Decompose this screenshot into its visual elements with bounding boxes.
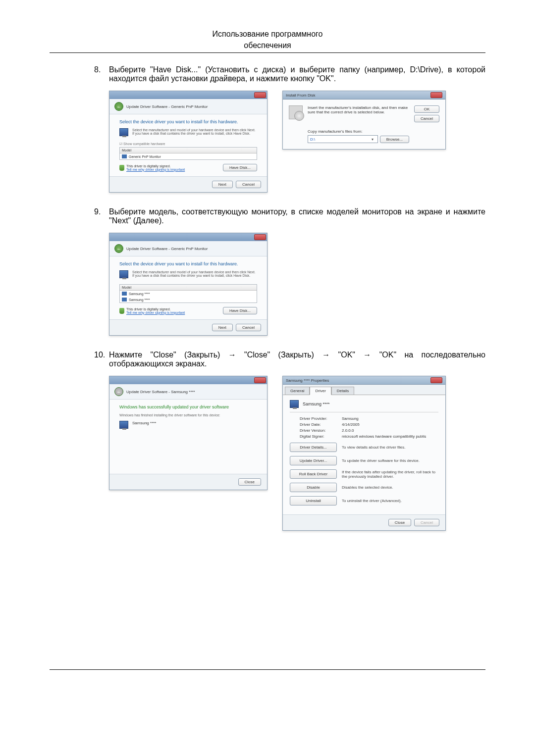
cancel-button[interactable]: Cancel (236, 324, 261, 331)
disable-button[interactable]: Disable (290, 483, 337, 492)
signing-link[interactable]: Tell me why driver signing is important (126, 311, 185, 314)
date-label: Driver Date: (300, 422, 342, 427)
close-button[interactable]: Close (238, 478, 261, 486)
back-button[interactable]: ← (114, 244, 123, 253)
step-10: 10. Нажмите "Close" (Закрыть) → "Close" … (50, 351, 485, 368)
breadcrumb-text: Update Driver Software - Generic PnP Mon… (126, 247, 208, 251)
monitor-icon (119, 128, 128, 136)
compat-checkbox[interactable]: ☑ Show compatible hardware (119, 142, 257, 146)
tab-details[interactable]: Details (331, 387, 354, 395)
footer-divider (50, 669, 485, 670)
signed-text: This driver is digitally signed. (126, 307, 185, 311)
breadcrumb-text: Update Driver Software - Samsung **** (126, 390, 195, 394)
version-value: 2.0.0.0 (342, 428, 354, 433)
header-divider (50, 52, 485, 53)
install-from-disk-dialog: Install From Disk Insert the manufacture… (282, 91, 446, 150)
signing-link[interactable]: Tell me why driver signing is important (126, 168, 185, 171)
provider-label: Driver Provider: (300, 416, 342, 421)
page-title-2: обеспечения (50, 41, 485, 50)
close-icon[interactable] (430, 377, 442, 383)
cancel-button[interactable]: Cancel (236, 181, 261, 188)
close-icon[interactable] (254, 377, 266, 383)
monitor-icon (122, 298, 127, 302)
signer-label: Digital Signer: (300, 434, 342, 439)
rollback-desc: If the device fails after updating the d… (342, 470, 438, 479)
model-list[interactable]: Model Generic PnP Monitor (119, 147, 257, 160)
uninstall-desc: To uninstall the driver (Advanced). (342, 499, 438, 503)
cancel-button[interactable]: Cancel (414, 115, 439, 122)
path-combobox[interactable]: D:\ ▾ (308, 135, 378, 143)
shield-icon (119, 165, 124, 171)
model-header: Model (120, 285, 257, 291)
provider-value: Samsung (342, 416, 359, 421)
device-name: Samsung **** (132, 421, 156, 429)
dialog-info: Select the manufacturer and model of you… (132, 128, 257, 136)
step-number: 9. (94, 207, 109, 225)
monitor-icon (122, 154, 127, 158)
step-9: 9. Выберите модель, соответствующую мони… (50, 207, 485, 225)
breadcrumb-bar: ← Update Driver Software - Samsung **** (109, 384, 267, 400)
titlebar (109, 233, 267, 241)
step-8: 8. Выберите "Have Disk..." (Установить с… (50, 65, 485, 83)
list-item[interactable]: Generic PnP Monitor (120, 153, 257, 159)
close-icon[interactable] (254, 92, 266, 98)
success-dialog: ← Update Driver Software - Samsung **** … (109, 376, 268, 490)
step-text: Выберите "Have Disk..." (Установить с ди… (109, 65, 485, 83)
driver-details-button[interactable]: Driver Details... (290, 443, 337, 452)
success-sub: Windows has finished installing the driv… (119, 413, 257, 417)
model-list[interactable]: Model Samsung **** Samsung **** (119, 284, 257, 303)
browse-button[interactable]: Browse... (380, 136, 409, 143)
disk-icon (289, 105, 303, 119)
dialog-heading: Select the device driver you want to ins… (119, 119, 257, 124)
back-button: ← (114, 387, 123, 396)
uninstall-button[interactable]: Uninstall (290, 496, 337, 505)
model-header: Model (120, 148, 257, 153)
monitor-icon (119, 421, 128, 429)
titlebar (109, 376, 267, 384)
titlebar: Install From Disk (283, 91, 445, 100)
dialog-heading: Select the device driver you want to ins… (119, 261, 257, 266)
monitor-icon (122, 292, 127, 296)
success-heading: Windows has successfully updated your dr… (119, 404, 257, 409)
breadcrumb-bar: ← Update Driver Software - Generic PnP M… (109, 241, 267, 256)
close-button[interactable]: Close (388, 519, 411, 526)
disable-desc: Disables the selected device. (342, 485, 438, 490)
titlebar: Samsung **** Properties (283, 376, 445, 385)
model-select-dialog: ← Update Driver Software - Generic PnP M… (109, 233, 268, 336)
signer-value: microsoft windows hardware compatibility… (342, 434, 426, 439)
tab-general[interactable]: General (285, 387, 310, 395)
have-disk-button[interactable]: Have Disk... (223, 164, 257, 171)
list-item[interactable]: Samsung **** (120, 291, 257, 297)
update-desc: To update the driver software for this d… (342, 458, 438, 463)
list-item[interactable]: Samsung **** (120, 297, 257, 302)
monitor-icon (290, 400, 299, 408)
tabs: General Driver Details (283, 385, 445, 395)
next-button[interactable]: Next (212, 324, 233, 331)
properties-dialog: Samsung **** Properties General Driver D… (282, 376, 446, 531)
install-message: Insert the manufacturer's installation d… (308, 105, 409, 114)
ok-button[interactable]: OK (414, 105, 439, 113)
breadcrumb-bar: ← Update Driver Software - Generic PnP M… (109, 99, 267, 114)
driver-select-dialog: ← Update Driver Software - Generic PnP M… (109, 91, 268, 193)
step-text: Нажмите "Close" (Закрыть) → "Close" (Зак… (109, 351, 485, 368)
update-driver-button[interactable]: Update Driver... (290, 456, 337, 465)
have-disk-button[interactable]: Have Disk... (223, 307, 257, 314)
version-label: Driver Version: (300, 428, 342, 433)
close-icon[interactable] (254, 234, 266, 240)
page-title-1: Использование программного (50, 30, 485, 39)
shield-icon (119, 308, 124, 314)
close-icon[interactable] (430, 92, 442, 98)
rollback-button[interactable]: Roll Back Driver (290, 469, 337, 479)
next-button[interactable]: Next (212, 181, 233, 188)
breadcrumb-text: Update Driver Software - Generic PnP Mon… (126, 104, 208, 109)
device-name: Samsung **** (303, 402, 330, 406)
dialog-info: Select the manufacturer and model of you… (132, 270, 257, 278)
cancel-button: Cancel (414, 519, 439, 526)
tab-driver[interactable]: Driver (310, 387, 331, 395)
chevron-down-icon[interactable]: ▾ (370, 137, 375, 142)
back-button[interactable]: ← (114, 102, 123, 111)
step-number: 8. (94, 65, 109, 83)
step-number: 10. (94, 351, 109, 368)
step-text: Выберите модель, соответствующую монитор… (109, 207, 485, 225)
copy-label: Copy manufacturer's files from: (308, 129, 409, 134)
